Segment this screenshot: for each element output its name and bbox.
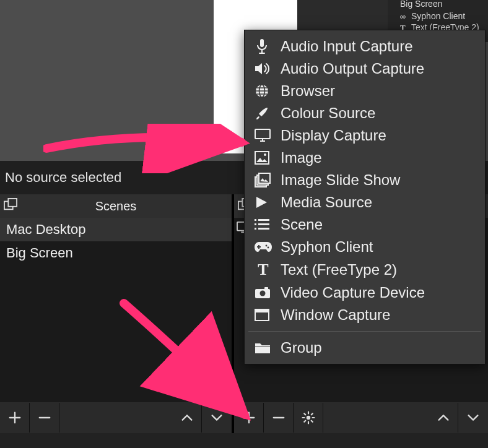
menu-item-label: Browser: [281, 82, 335, 100]
menu-item-display-capture[interactable]: Display Capture: [245, 124, 485, 147]
svg-rect-23: [255, 223, 256, 225]
menu-item-image-slide-show[interactable]: Image Slide Show: [245, 169, 485, 191]
svg-rect-20: [259, 173, 270, 183]
source-properties-button[interactable]: [294, 403, 323, 433]
menu-item-label: Display Capture: [281, 127, 386, 144]
svg-point-32: [260, 291, 266, 296]
image-icon: [255, 151, 272, 165]
obs-ui-root: Big Screen ∞ Syphon Client T Text (FreeT…: [0, 0, 488, 448]
menu-item-label: Colour Source: [281, 105, 375, 122]
svg-rect-36: [255, 347, 270, 353]
menu-item-label: Audio Input Capture: [281, 38, 412, 55]
menu-item-video-capture-device[interactable]: Video Capture Device: [245, 282, 485, 304]
gamepad-icon: [255, 241, 272, 252]
menu-item-label: Audio Output Capture: [281, 60, 424, 77]
stack-icon: [255, 173, 272, 187]
folder-icon: [255, 342, 272, 354]
remove-source-button[interactable]: [264, 403, 294, 433]
remove-scene-button[interactable]: [30, 403, 59, 433]
scene-item-big-screen[interactable]: Big Screen: [0, 241, 232, 265]
mic-icon: [255, 38, 272, 54]
menu-item-scene[interactable]: Scene: [245, 213, 485, 236]
menu-item-window-capture[interactable]: Window Capture: [245, 304, 485, 326]
add-scene-button[interactable]: [0, 403, 30, 433]
list-icon: [255, 218, 272, 231]
scenes-panel-title: Scenes: [0, 194, 232, 218]
menu-separator: [248, 331, 481, 332]
svg-rect-13: [255, 129, 270, 139]
mini-item-syphon[interactable]: Syphon Client: [411, 11, 465, 21]
add-source-menu: Audio Input Capture Audio Output Capture…: [244, 30, 486, 364]
menu-item-audio-output-capture[interactable]: Audio Output Capture: [245, 58, 485, 80]
svg-rect-26: [258, 228, 269, 230]
gamepad-icon: ∞: [400, 12, 406, 21]
menu-item-label: Media Source: [281, 194, 372, 211]
svg-point-30: [268, 247, 269, 249]
svg-rect-21: [255, 219, 256, 221]
menu-item-label: Image: [281, 149, 322, 166]
menu-item-label: Group: [281, 339, 322, 356]
menu-item-label: Scene: [281, 216, 323, 233]
scenes-toolbar: [0, 402, 232, 433]
scenes-list: Mac Desktop Big Screen: [0, 218, 232, 402]
sources-toolbar: [234, 402, 488, 433]
menu-item-syphon-client[interactable]: Syphon Client: [245, 236, 485, 258]
move-source-up-button[interactable]: [429, 403, 458, 433]
brush-icon: [255, 106, 272, 121]
camera-icon: [255, 286, 272, 299]
menu-item-group[interactable]: Group: [245, 337, 485, 359]
move-scene-up-button[interactable]: [172, 403, 202, 433]
globe-icon: [255, 84, 272, 98]
svg-point-17: [264, 153, 266, 156]
svg-rect-33: [264, 287, 268, 290]
svg-point-29: [266, 245, 268, 247]
speaker-icon: [255, 62, 272, 75]
mini-item-big-screen[interactable]: Big Screen: [400, 0, 442, 9]
svg-rect-24: [258, 223, 269, 225]
svg-rect-35: [255, 309, 269, 312]
add-source-button[interactable]: [234, 403, 264, 433]
svg-point-9: [306, 416, 310, 420]
menu-item-label: Image Slide Show: [281, 171, 400, 189]
menu-item-label: Syphon Client: [281, 238, 373, 256]
play-icon: [255, 196, 272, 209]
svg-rect-25: [255, 228, 256, 230]
svg-rect-15: [262, 139, 263, 141]
menu-item-image[interactable]: Image: [245, 147, 485, 169]
scene-item-mac-desktop[interactable]: Mac Desktop: [0, 218, 232, 241]
menu-item-audio-input-capture[interactable]: Audio Input Capture: [245, 35, 485, 58]
menu-item-label: Text (FreeType 2): [281, 261, 397, 278]
status-bar: [0, 433, 488, 448]
menu-item-label: Video Capture Device: [281, 284, 425, 301]
menu-item-browser[interactable]: Browser: [245, 80, 485, 102]
menu-item-media-source[interactable]: Media Source: [245, 191, 485, 213]
text-icon: T: [255, 261, 272, 279]
svg-rect-10: [260, 39, 264, 47]
menu-item-label: Window Capture: [281, 306, 390, 324]
monitor-icon: [255, 129, 272, 142]
menu-item-colour-source[interactable]: Colour Source: [245, 102, 485, 124]
move-scene-down-button[interactable]: [202, 403, 232, 433]
menu-item-text[interactable]: T Text (FreeType 2): [245, 258, 485, 282]
svg-rect-22: [258, 219, 269, 221]
move-source-down-button[interactable]: [458, 403, 488, 433]
svg-rect-28: [257, 246, 261, 248]
window-icon: [255, 309, 272, 321]
